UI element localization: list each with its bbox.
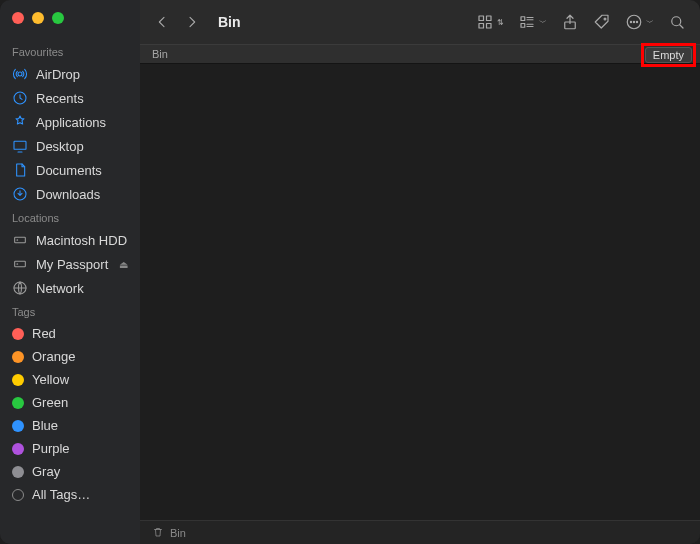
sidebar-item-label: Blue bbox=[32, 418, 58, 433]
sidebar-item-label: AirDrop bbox=[36, 67, 80, 82]
tag-dot-icon bbox=[12, 397, 24, 409]
file-list[interactable] bbox=[140, 64, 700, 520]
eject-icon[interactable]: ⏏ bbox=[119, 259, 128, 270]
share-button[interactable] bbox=[559, 11, 581, 33]
svg-rect-14 bbox=[521, 24, 525, 28]
svg-point-5 bbox=[17, 240, 18, 241]
desktop-icon bbox=[12, 138, 28, 154]
svg-point-16 bbox=[604, 18, 606, 20]
tag-dot-icon bbox=[12, 351, 24, 363]
sidebar-item-label: My Passport bbox=[36, 257, 108, 272]
sidebar-item-label: Network bbox=[36, 281, 84, 296]
svg-rect-9 bbox=[479, 16, 484, 21]
sidebar-item-label: Applications bbox=[36, 115, 106, 130]
sidebar-tag-orange[interactable]: Orange bbox=[0, 345, 140, 368]
sidebar-tag-gray[interactable]: Gray bbox=[0, 460, 140, 483]
empty-bin-button[interactable]: Empty bbox=[645, 47, 692, 63]
svg-rect-11 bbox=[479, 24, 484, 29]
svg-rect-13 bbox=[521, 17, 525, 21]
sidebar-item-my-passport[interactable]: My Passport ⏏ bbox=[0, 252, 140, 276]
tag-dot-icon bbox=[12, 328, 24, 340]
sidebar-item-label: Red bbox=[32, 326, 56, 341]
all-tags-icon bbox=[12, 489, 24, 501]
sidebar-tag-blue[interactable]: Blue bbox=[0, 414, 140, 437]
path-label: Bin bbox=[170, 527, 186, 539]
sidebar-item-applications[interactable]: Applications bbox=[0, 110, 140, 134]
tag-dot-icon bbox=[12, 374, 24, 386]
svg-rect-10 bbox=[487, 16, 492, 21]
section-favourites: Favourites bbox=[0, 40, 140, 62]
tag-dot-icon bbox=[12, 420, 24, 432]
sidebar-item-label: Orange bbox=[32, 349, 75, 364]
sidebar-all-tags[interactable]: All Tags… bbox=[0, 483, 140, 506]
chevron-down-icon: ﹀ bbox=[646, 17, 654, 28]
main-pane: Bin ⇅ ﹀ ﹀ Bin Empty Bin bbox=[140, 0, 700, 544]
sidebar-item-label: Downloads bbox=[36, 187, 100, 202]
sidebar-item-label: Desktop bbox=[36, 139, 84, 154]
close-button[interactable] bbox=[12, 12, 24, 24]
sidebar-item-label: All Tags… bbox=[32, 487, 90, 502]
svg-point-0 bbox=[18, 72, 22, 76]
tag-dot-icon bbox=[12, 466, 24, 478]
sidebar-tag-purple[interactable]: Purple bbox=[0, 437, 140, 460]
section-tags: Tags bbox=[0, 300, 140, 322]
clock-icon bbox=[12, 90, 28, 106]
sidebar-item-label: Purple bbox=[32, 441, 70, 456]
header-bar: Bin Empty bbox=[140, 44, 700, 64]
header-title: Bin bbox=[152, 48, 168, 60]
trash-icon bbox=[152, 526, 164, 540]
sidebar: Favourites AirDrop Recents Applications … bbox=[0, 0, 140, 544]
sidebar-item-desktop[interactable]: Desktop bbox=[0, 134, 140, 158]
sidebar-item-recents[interactable]: Recents bbox=[0, 86, 140, 110]
search-button[interactable] bbox=[666, 11, 688, 33]
svg-rect-12 bbox=[487, 24, 492, 29]
window-title: Bin bbox=[218, 14, 241, 30]
action-menu-button[interactable]: ﹀ bbox=[623, 11, 656, 33]
svg-point-20 bbox=[636, 21, 637, 22]
svg-point-19 bbox=[633, 21, 634, 22]
drive-icon bbox=[12, 256, 28, 272]
document-icon bbox=[12, 162, 28, 178]
sidebar-item-downloads[interactable]: Downloads bbox=[0, 182, 140, 206]
sidebar-item-label: Recents bbox=[36, 91, 84, 106]
sidebar-item-label: Yellow bbox=[32, 372, 69, 387]
sidebar-item-label: Documents bbox=[36, 163, 102, 178]
minimize-button[interactable] bbox=[32, 12, 44, 24]
sidebar-tag-yellow[interactable]: Yellow bbox=[0, 368, 140, 391]
sidebar-item-airdrop[interactable]: AirDrop bbox=[0, 62, 140, 86]
sidebar-item-macintosh-hdd[interactable]: Macintosh HDD bbox=[0, 228, 140, 252]
svg-point-21 bbox=[672, 17, 681, 26]
tag-dot-icon bbox=[12, 443, 24, 455]
finder-window: Favourites AirDrop Recents Applications … bbox=[0, 0, 700, 544]
sidebar-item-label: Green bbox=[32, 395, 68, 410]
svg-rect-6 bbox=[15, 261, 26, 266]
window-controls bbox=[0, 12, 140, 40]
sidebar-item-label: Macintosh HDD bbox=[36, 233, 127, 248]
back-button[interactable] bbox=[152, 12, 172, 32]
view-mode-button[interactable]: ⇅ bbox=[474, 11, 506, 33]
svg-point-7 bbox=[17, 264, 18, 265]
sidebar-item-documents[interactable]: Documents bbox=[0, 158, 140, 182]
svg-rect-4 bbox=[15, 237, 26, 242]
group-button[interactable]: ﹀ bbox=[516, 11, 549, 33]
svg-rect-2 bbox=[14, 141, 26, 149]
sidebar-item-network[interactable]: Network bbox=[0, 276, 140, 300]
download-icon bbox=[12, 186, 28, 202]
airdrop-icon bbox=[12, 66, 28, 82]
highlight-box: Empty bbox=[641, 43, 696, 67]
path-bar[interactable]: Bin bbox=[140, 520, 700, 544]
applications-icon bbox=[12, 114, 28, 130]
section-locations: Locations bbox=[0, 206, 140, 228]
drive-icon bbox=[12, 232, 28, 248]
sidebar-tag-green[interactable]: Green bbox=[0, 391, 140, 414]
forward-button[interactable] bbox=[182, 12, 202, 32]
svg-point-18 bbox=[630, 21, 631, 22]
sidebar-item-label: Gray bbox=[32, 464, 60, 479]
toolbar: Bin ⇅ ﹀ ﹀ bbox=[140, 0, 700, 44]
fullscreen-button[interactable] bbox=[52, 12, 64, 24]
chevron-down-icon: ﹀ bbox=[539, 17, 547, 28]
chevron-updown-icon: ⇅ bbox=[497, 18, 504, 27]
sidebar-tag-red[interactable]: Red bbox=[0, 322, 140, 345]
tags-button[interactable] bbox=[591, 11, 613, 33]
globe-icon bbox=[12, 280, 28, 296]
